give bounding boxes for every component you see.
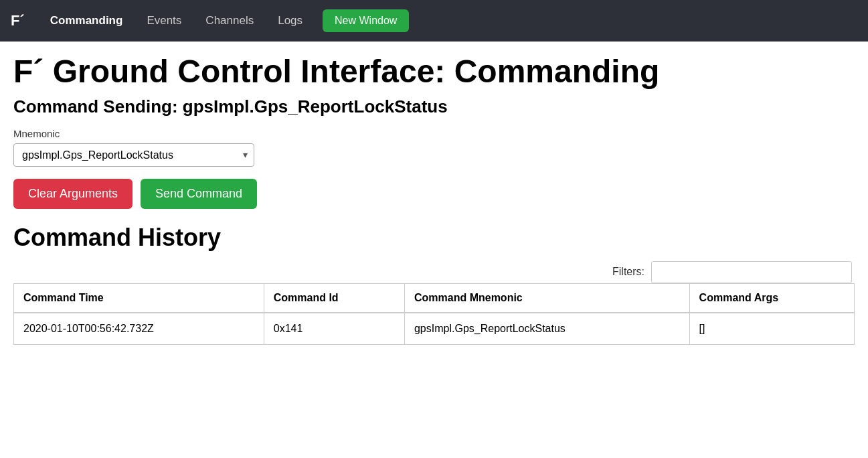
main-content: F´ Ground Control Interface: Commanding … — [0, 42, 868, 356]
col-command-args: Command Args — [689, 283, 854, 313]
nav-commanding[interactable]: Commanding — [46, 11, 127, 30]
navbar: F´ Commanding Events Channels Logs New W… — [0, 0, 868, 42]
selected-command-name: gpsImpl.Gps_ReportLockStatus — [183, 96, 448, 117]
action-buttons-row: Clear Arguments Send Command — [13, 179, 855, 209]
col-command-time: Command Time — [14, 283, 264, 313]
mnemonic-label: Mnemonic — [13, 128, 855, 139]
filters-label: Filters: — [612, 266, 644, 278]
nav-channels[interactable]: Channels — [201, 11, 258, 30]
command-sending-title: Command Sending: gpsImpl.Gps_ReportLockS… — [13, 96, 855, 117]
cell-command-mnemonic: gpsImpl.Gps_ReportLockStatus — [404, 313, 689, 345]
mnemonic-select-wrapper: gpsImpl.Gps_ReportLockStatus ▾ — [13, 143, 254, 167]
filters-row: Filters: — [13, 261, 855, 283]
filters-input[interactable] — [651, 261, 852, 283]
logo: F´ — [11, 12, 25, 29]
command-history-table: Command Time Command Id Command Mnemonic… — [13, 283, 855, 345]
command-sending-prefix: Command Sending: — [13, 96, 178, 117]
nav-logs[interactable]: Logs — [274, 11, 307, 30]
command-history-title: Command History — [13, 224, 855, 252]
col-command-mnemonic: Command Mnemonic — [404, 283, 689, 313]
col-command-id: Command Id — [264, 283, 404, 313]
table-header-row: Command Time Command Id Command Mnemonic… — [14, 283, 855, 313]
new-window-button[interactable]: New Window — [323, 9, 409, 32]
cell-command-id: 0x141 — [264, 313, 404, 345]
mnemonic-select[interactable]: gpsImpl.Gps_ReportLockStatus — [13, 143, 254, 167]
cell-command-time: 2020-01-10T00:56:42.732Z — [14, 313, 264, 345]
nav-events[interactable]: Events — [143, 11, 185, 30]
table-row: 2020-01-10T00:56:42.732Z 0x141 gpsImpl.G… — [14, 313, 855, 345]
cell-command-args: [] — [689, 313, 854, 345]
clear-arguments-button[interactable]: Clear Arguments — [13, 179, 133, 209]
page-title: F´ Ground Control Interface: Commanding — [13, 52, 855, 91]
send-command-button[interactable]: Send Command — [141, 179, 257, 209]
